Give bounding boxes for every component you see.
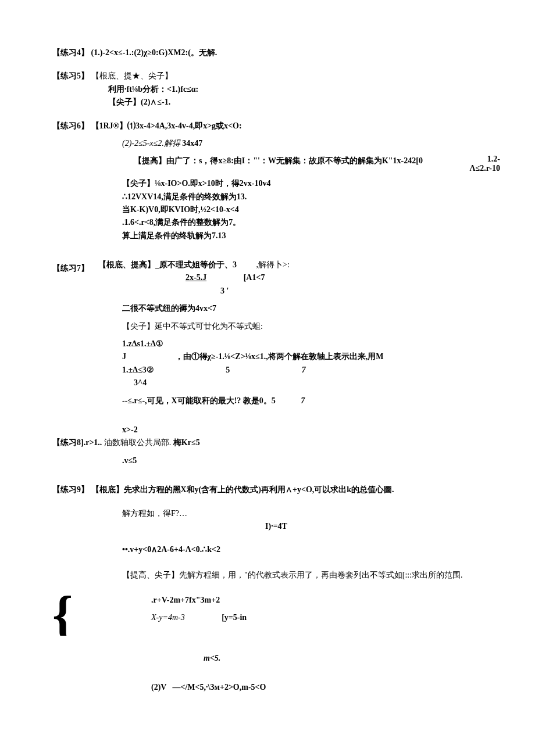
exercise-8-label: 【练习8].r>1.. [52, 438, 102, 447]
exercise-7-l7b: ，由①得χ≥-1.⅛<Z>⅛x≤1.,将两个解在敦轴上表示出来,用M [175, 352, 384, 361]
exercise-4-text: (1.)-2<x≤-1.:(2)χ≥0:G)XM2:(。无解. [91, 48, 217, 57]
exercise-6-l8: 算上满足条件的终轨解为7.13 [52, 230, 500, 242]
exercise-6-l2: (2)-2≤5-x≤2.解得 [122, 139, 180, 148]
exercise-7-l7a: J [122, 352, 126, 361]
exercise-5-l2: 利用·ft⅛b分析：<1.)fc≤α: [52, 83, 500, 96]
exercise-7-l10: --≤.r≤-,可见，X可能取秆的最大!? 教是0。5 [122, 396, 276, 405]
exercise-7-l4: 二很不等式纽的褥为4vx<7 [52, 302, 500, 315]
exercise-9-l6: m<5. [52, 652, 500, 665]
exercise-7: 【练习7】 【根底、提高】_原不理式姐等价于、3 ,解得卜>: 2x-5.J [… [52, 259, 500, 407]
exercise-6: 【练习6】 【1RJ®】⑴3x-4>4A,3x-4v-4,即x>g或x<O: (… [52, 120, 500, 243]
exercise-6-l6: 当K-K)V0,即KVIO时,½2<10-x<4 [52, 203, 500, 216]
exercise-5: 【练习5】 【根底、提★、尖子】 利用·ft⅛b分析：<1.)fc≤α: 【尖子… [52, 70, 500, 109]
exercise-9-l2b: I)·=4T [52, 520, 500, 533]
exercise-7-l8b: 5 [226, 366, 230, 374]
exercise-4: 【练习4】 (1.)-2<x≤-1.:(2)χ≥0:G)XM2:(。无解. [52, 46, 500, 59]
exercise-7-l9: 3^4 [52, 377, 500, 389]
exercise-6-l5: ∴12VXV14,满足条件的终效解为13. [52, 191, 500, 203]
exercise-9-l5b: X-y=4m-3 [151, 613, 185, 622]
exercise-5-label: 【练习5】 [52, 71, 89, 80]
exercise-7-l8a: 1.±Δ≤3② [122, 366, 154, 374]
exercise-5-l3: 【尖子】(2)∧≤-1. [52, 96, 500, 109]
exercise-6-l7: .1.6<.r<8,满足条件的整数解为7。 [52, 216, 500, 229]
exercise-6-label: 【练习6】 [52, 121, 89, 130]
exercise-9-l2: 解方程如，得F?… [52, 507, 500, 520]
exercise-7-l8c: 7 [302, 366, 306, 374]
exercise-7-l10b: 7 [301, 396, 305, 405]
exercise-8: x>-2 【练习8].r>1.. 油数轴取公共局部. 梅Kr≤5 .v≤5 [52, 424, 500, 467]
exercise-9-l4: 【提高、尖子】先解方程细，用，"的代教式表示用了，再由卷套列出不等式如[:::求… [52, 567, 500, 583]
exercise-9-l1: 【根底】先求出方程的黑X和y(含有上的代数式)再利用∧+y<O,可以求出k的总值… [91, 485, 394, 494]
exercise-8-bold: 梅Kr≤5 [173, 438, 200, 447]
exercise-6-l3a: 【提高】由广了：s，得x≥8:由I："'：W无解集：故原不等式的解集为K"1x-… [134, 156, 423, 165]
exercise-6-head: 【1RJ®】⑴3x-4>4A,3x-4v-4,即x>g或x<O: [91, 121, 242, 130]
exercise-9-l3: ••.v+y<0∧2A-6+4-Λ<0.∴k<2 [52, 543, 500, 556]
exercise-9-label: 【练习9】 [52, 485, 89, 494]
exercise-7-label: 【练习7】 [52, 262, 89, 298]
exercise-6-l3r-bot: Λ≤2.r-10 [469, 164, 500, 173]
exercise-9-l5c: [y=5-in [222, 613, 247, 622]
exercise-6-l2b: 34x47 [182, 139, 202, 148]
exercise-6-l4: 【尖子】⅛x-IO>O.即x>10时，得2vx-10v4 [52, 177, 500, 190]
exercise-7-h2b: [A1<7 [244, 273, 265, 282]
exercise-8-mid: 油数轴取公共局部. [104, 438, 172, 447]
exercise-7-h1b: ,解得卜>: [256, 260, 290, 269]
exercise-9-l7: (2)V⠀—</M<5,·\3м+2>O,m-5<O [52, 681, 500, 694]
exercise-5-l1: 【根底、提★、尖子】 [91, 71, 173, 80]
exercise-9-l5a: .r+V-2m+7fx"3m+2 [151, 596, 220, 604]
exercise-7-h2a: 2x-5.J [186, 273, 206, 282]
exercise-7-l5: 【尖子】延中不等式可廿化为不等式蛆: [52, 320, 500, 333]
exercise-8-t1: x>-2 [52, 424, 500, 436]
exercise-8-l2: .v≤5 [52, 454, 500, 467]
exercise-7-h3: 3 ' [98, 285, 290, 298]
exercise-7-l6: 1.zΔs1.±Δ① [52, 338, 500, 350]
brace-icon: { [52, 594, 73, 636]
exercise-6-l3r-top: 1.2- [487, 155, 500, 163]
exercise-9: 【练习9】 【根底】先求出方程的黑X和y(含有上的代数式)再利用∧+y<O,可以… [52, 483, 500, 694]
exercise-4-label: 【练习4】 [52, 48, 89, 57]
exercise-7-h1: 【根底、提高】_原不理式姐等价于、3 [98, 260, 237, 269]
